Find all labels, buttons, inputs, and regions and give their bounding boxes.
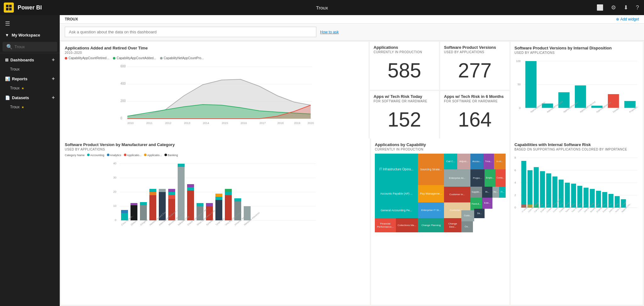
topbar: Power BI Troux ⬜ ⚙ ⬇ ? <box>0 0 644 15</box>
svg-rect-63 <box>149 192 156 195</box>
cap-risk-subtitle: BASED ON SUPPORTING APPLICATIONS COLORED… <box>514 148 639 151</box>
svg-text:0: 0 <box>115 218 116 222</box>
svg-rect-85 <box>225 189 232 192</box>
sw-mfr-title: Software Product Version by Manufacturer… <box>65 142 366 147</box>
download-icon[interactable]: ⬇ <box>622 3 630 12</box>
dataset-star-icon: ★ <box>21 105 24 109</box>
svg-rect-77 <box>197 203 203 206</box>
treemap-cell-re: Re... <box>492 187 499 198</box>
treemap-cell-supplie: Supplie... <box>470 187 482 198</box>
svg-rect-2 <box>6 8 8 10</box>
settings-icon[interactable]: ⚙ <box>610 3 617 12</box>
hamburger-menu[interactable]: ☰ <box>0 18 60 30</box>
present-icon[interactable]: ⬜ <box>595 3 605 12</box>
treemap-cell-it-infra: IT Infrastructure Opera... <box>375 154 418 185</box>
svg-text:6: 6 <box>514 169 516 172</box>
treemap-cell-projec: Projec... <box>470 169 485 187</box>
treemap-cell-fixed-a: Fixed-A... <box>470 198 482 210</box>
svg-text:8: 8 <box>514 156 516 159</box>
apps-prod-value: 585 <box>374 56 435 85</box>
sidebar-item-troux-dashboard[interactable]: Troux <box>0 65 60 73</box>
svg-rect-72 <box>178 164 185 167</box>
svg-rect-80 <box>215 200 222 220</box>
workspace-label: My Workspace <box>12 33 40 37</box>
svg-rect-59 <box>130 203 137 205</box>
report-item-label: Troux <box>10 86 19 90</box>
svg-rect-84 <box>225 192 232 195</box>
my-workspace-header[interactable]: ▼ My Workspace <box>0 30 60 41</box>
svg-text:10: 10 <box>113 204 116 207</box>
svg-rect-116 <box>540 171 545 208</box>
svg-text:2020: 2020 <box>308 122 314 125</box>
dashboards-section[interactable]: ⊞ Dashboards + <box>0 54 60 65</box>
svg-text:4: 4 <box>514 181 516 184</box>
svg-rect-113 <box>521 161 526 208</box>
dashboards-label: Dashboards <box>10 58 34 62</box>
disposition-chart: 100 50 0 ApprovedMaintain Ap <box>514 57 639 133</box>
svg-text:2010: 2010 <box>127 122 134 125</box>
chart-legend: CapabilityAppCountRetired... CapabilityA… <box>65 56 365 60</box>
svg-text:2014: 2014 <box>203 122 209 125</box>
svg-rect-66 <box>159 189 166 192</box>
treemap-cell-accounts-payable: Accounts Payable (AP) ... <box>375 185 418 202</box>
add-dataset-button[interactable]: + <box>52 95 55 100</box>
treemap-cell-call: Call C... <box>444 154 457 169</box>
how-to-ask-link[interactable]: How to ask <box>320 30 339 34</box>
svg-text:0: 0 <box>514 206 516 209</box>
svg-text:2012: 2012 <box>165 122 171 125</box>
treemap: IT Infrastructure Opera... Sourcing Stra… <box>375 154 506 232</box>
tile-apps-tech-6mo: Apps w/ Tech Risk in 6 Months FOR SOFTWA… <box>440 91 509 139</box>
sidebar: ☰ ▼ My Workspace 🔍 ⊞ Dashboards + Troux … <box>0 15 60 306</box>
apps-capability-title: Applications by Capability <box>375 142 506 147</box>
sidebar-item-troux-report[interactable]: Troux ★ <box>0 84 60 92</box>
main-content: TROUX ⊕ Add widget How to ask Applicatio… <box>60 15 644 306</box>
reports-section[interactable]: 📊 Reports + <box>0 73 60 84</box>
add-dashboard-button[interactable]: + <box>52 57 55 63</box>
cat-analytics: Analytics <box>110 154 121 157</box>
sw-versions-subtitle: USED BY APPLICATIONS <box>444 50 506 54</box>
tile-apps-retired-title: Applications Added and Retired Over Time <box>65 46 365 50</box>
svg-rect-34 <box>558 92 570 108</box>
datasets-section[interactable]: 📄 Datasets + <box>0 92 60 103</box>
svg-rect-35 <box>575 85 586 108</box>
dataset-item-label: Troux <box>10 105 19 109</box>
treemap-cell-it: IT... <box>499 187 506 198</box>
search-input[interactable] <box>14 44 53 49</box>
cat-banking: Banking <box>168 154 178 157</box>
treemap-cell-financial: Financial Performance... <box>375 218 396 232</box>
sidebar-item-troux-dataset[interactable]: Troux ★ <box>0 103 60 111</box>
star-icon: ★ <box>21 87 24 90</box>
svg-text:20: 20 <box>113 190 116 193</box>
legend-retired-label: CapabilityAppCountRetired... <box>69 56 109 60</box>
treemap-cell-enterprise-ar: Enterprise Ar... <box>444 169 470 187</box>
cat-accounting: Accounting <box>90 154 104 157</box>
tile-apps-capability: Applications by Capability CURRENTLY IN … <box>371 139 509 305</box>
apps-prod-subtitle: CURRENTLY IN PRODUCTION <box>374 50 435 54</box>
add-report-button[interactable]: + <box>52 76 55 82</box>
svg-text:400: 400 <box>120 82 126 85</box>
treemap-cell-inh: In-H... <box>494 154 506 169</box>
treemap-cell-trea: Trea... <box>483 154 494 169</box>
sw-disposition-title: Software Product Versions by Internal Di… <box>514 46 639 50</box>
app-logo <box>4 3 14 13</box>
svg-text:2018: 2018 <box>277 122 284 125</box>
search-box[interactable]: 🔍 <box>3 42 57 52</box>
qa-input[interactable] <box>65 27 316 37</box>
datasets-icon: 📄 <box>5 95 10 100</box>
treemap-cell-accou: Accou... <box>470 154 484 169</box>
sw-versions-title: Software Product Versions <box>444 45 506 50</box>
help-icon[interactable]: ? <box>635 3 640 12</box>
svg-rect-38 <box>624 101 636 108</box>
svg-text:0: 0 <box>120 116 122 120</box>
apps-tech-risk-value: 152 <box>374 105 435 134</box>
treemap-cell-change-desi: Change Desi... <box>444 218 461 232</box>
svg-rect-57 <box>121 210 128 213</box>
treemap-cell-change-planning: Change Planning <box>418 218 444 232</box>
add-widget-button[interactable]: ⊕ Add widget <box>616 17 639 21</box>
breadcrumb-bar: TROUX ⊕ Add widget <box>60 15 644 24</box>
dashboards-icon: ⊞ Dashboards <box>5 58 34 62</box>
cat-applicatio1: Applicatio... <box>127 154 142 157</box>
svg-text:Denied: Denied <box>612 107 619 113</box>
svg-text:2015: 2015 <box>222 122 228 125</box>
sw-versions-value: 277 <box>444 56 506 85</box>
